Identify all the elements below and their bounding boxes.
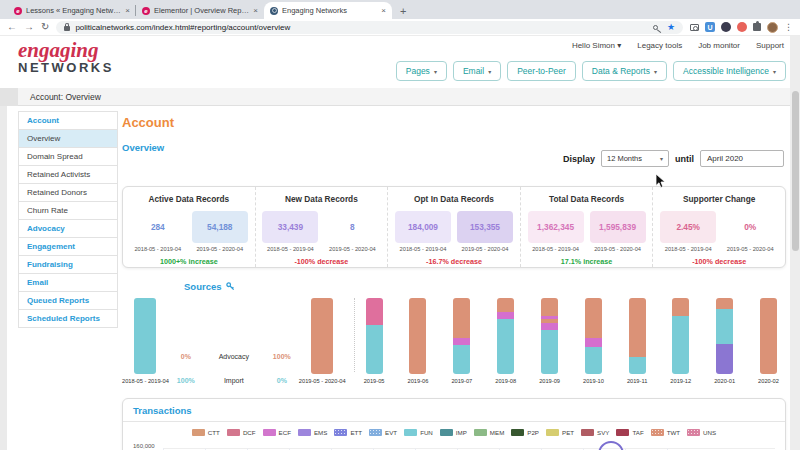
source-bar-column: 2020-01 (714, 298, 735, 384)
source-bar-column: 2019-06 (408, 298, 429, 384)
stat-value-box: 184,009 (395, 211, 451, 243)
legend-code: UNS (703, 429, 716, 436)
tab-close-icon[interactable]: × (253, 6, 258, 15)
legend-item-dcf: DCF (227, 429, 256, 436)
logo-word-engaging: engaging (18, 40, 114, 61)
stat-card-total-data-records: Total Data Records1,362,3452018-05 - 201… (521, 187, 654, 267)
sources-chart: 2018-05 - 2019-04 0%100% AdvocacyImport … (122, 298, 786, 384)
lock-icon (64, 26, 70, 31)
new-tab-button[interactable]: + (400, 5, 406, 17)
source-bar-segment (585, 347, 602, 374)
sidebar-item-queued-reports[interactable]: Queued Reports (18, 291, 118, 310)
stat-period-label: 2019-05 - 2020-04 (192, 246, 248, 252)
scrollbar-thumb[interactable] (792, 91, 799, 251)
nav-button-pages[interactable]: Pages▾ (396, 61, 447, 81)
legend-item-ctt: CTT (192, 429, 220, 436)
page-scrollbar[interactable] (790, 36, 800, 450)
browser-tab[interactable]: Lessons « Engaging Networks× (8, 2, 136, 19)
user-link-legacy-tools[interactable]: Legacy tools (637, 41, 682, 50)
stat-value-box: 284 (130, 211, 186, 243)
sidebar-item-email[interactable]: Email (18, 273, 118, 292)
sidebar-item-retained-donors[interactable]: Retained Donors (18, 183, 118, 202)
user-link-hello-simon[interactable]: Hello Simon ▾ (572, 41, 621, 50)
display-controls: Display 12 Months ▾ until April 2020 (563, 150, 784, 167)
elementor-favicon (14, 7, 22, 15)
legend-swatch (440, 429, 453, 436)
engaging-networks-logo[interactable]: engaging NETWORKS (18, 40, 114, 75)
source-bar (409, 298, 426, 374)
refresh-icon[interactable]: ↻ (41, 22, 49, 32)
nav-button-email[interactable]: Email▾ (453, 61, 501, 81)
nav-button-accessible-intelligence[interactable]: Accessible Intelligence▾ (673, 61, 786, 81)
primary-nav: Pages▾Email▾Peer-to-PeerData & Reports▾A… (396, 61, 786, 81)
content-area: AccountOverviewDomain SpreadRetained Act… (0, 106, 800, 450)
legend-swatch (474, 429, 487, 436)
legend-swatch (334, 429, 347, 436)
tab-title: Elementor | Overview Report (154, 6, 249, 15)
legend-code: MEM (490, 429, 504, 436)
back-icon[interactable]: ← (7, 22, 17, 32)
tab-title: Engaging Networks (282, 6, 377, 15)
stat-change-label: -100% decrease (692, 257, 746, 266)
bookmark-star-icon[interactable]: ★ (667, 23, 675, 32)
sources-monthly-bars: 2019-052019-062019-072019-082019-092019-… (364, 298, 800, 384)
profile-avatar[interactable] (767, 22, 778, 33)
sidebar-item-engagement[interactable]: Engagement (18, 237, 118, 256)
sources-divider (354, 298, 355, 372)
source-month-label: 2020-02 (758, 378, 779, 384)
source-month-label: 2019-11 (627, 378, 647, 384)
sidebar-item-overview[interactable]: Overview (18, 129, 118, 148)
source-month-label: 2019-07 (451, 378, 472, 384)
tab-close-icon[interactable]: × (125, 6, 130, 15)
sidebar-item-account[interactable]: Account (18, 111, 118, 130)
stat-value-box: 153,355 (457, 211, 513, 243)
sidebar-item-retained-activists[interactable]: Retained Activists (18, 165, 118, 184)
browser-tab[interactable]: Engaging Networks× (264, 2, 392, 19)
extensions-puzzle-icon[interactable] (753, 23, 761, 31)
source-year2-pct: 0% (265, 377, 299, 384)
stat-value: 33,4392018-05 - 2019-04 (262, 211, 318, 252)
display-range-select[interactable]: 12 Months ▾ (601, 150, 669, 167)
legend-swatch (616, 429, 629, 436)
sidebar-item-churn-rate[interactable]: Churn Rate (18, 201, 118, 220)
user-link-support[interactable]: Support (756, 41, 784, 50)
nav-button-data-reports[interactable]: Data & Reports▾ (582, 61, 667, 81)
source-year1-pct: 0% (169, 353, 203, 360)
forward-icon[interactable]: → (24, 22, 34, 32)
transactions-plot-area: 160,000140,000 (133, 439, 775, 450)
browser-tab[interactable]: Elementor | Overview Report× (136, 2, 264, 19)
legend-swatch (511, 429, 524, 436)
address-input[interactable]: politicalnetworks.com/index.html#reporti… (56, 21, 683, 34)
mouse-cursor (655, 174, 666, 189)
nav-button-peer-to-peer[interactable]: Peer-to-Peer (507, 61, 576, 81)
sidebar-item-scheduled-reports[interactable]: Scheduled Reports (18, 309, 118, 328)
source-bar-segment (366, 298, 383, 325)
nav-button-label: Email (463, 66, 484, 76)
password-key-icon[interactable] (653, 25, 658, 30)
legend-swatch (369, 429, 382, 436)
user-link-job-monitor[interactable]: Job monitor (698, 41, 740, 50)
breadcrumb-bar: Account: Overview (0, 88, 800, 106)
app-header: engaging NETWORKS Hello Simon ▾Legacy to… (0, 36, 800, 88)
u-extension-icon[interactable]: U (705, 22, 715, 32)
dark-extension-icon[interactable] (721, 22, 731, 32)
sources-yearly-bar-1: 2018-05 - 2019-04 (122, 298, 169, 384)
sidebar-item-domain-spread[interactable]: Domain Spread (18, 147, 118, 166)
stat-period-label: 2018-05 - 2019-04 (262, 246, 318, 252)
legend-swatch (298, 429, 311, 436)
stat-value: 184,0092018-05 - 2019-04 (395, 211, 451, 252)
stat-title: New Data Records (285, 194, 358, 204)
browser-menu-icon[interactable]: ⋮ (784, 22, 793, 32)
camera-icon[interactable] (690, 24, 699, 31)
sidebar-item-advocacy[interactable]: Advocacy (18, 219, 118, 238)
red-extension-icon[interactable] (737, 22, 747, 32)
legend-code: SVY (597, 429, 609, 436)
tab-close-icon[interactable]: × (381, 6, 386, 15)
source-year2-pct: 100% (265, 353, 299, 360)
legend-code: TWT (667, 429, 680, 436)
until-date-input[interactable]: April 2020 (700, 150, 784, 167)
breadcrumb-left-block (0, 88, 18, 106)
source-bar-column: 2019-09 (539, 298, 560, 384)
sidebar-item-fundraising[interactable]: Fundraising (18, 255, 118, 274)
stat-value: 1,362,3452018-05 - 2019-04 (528, 211, 584, 252)
